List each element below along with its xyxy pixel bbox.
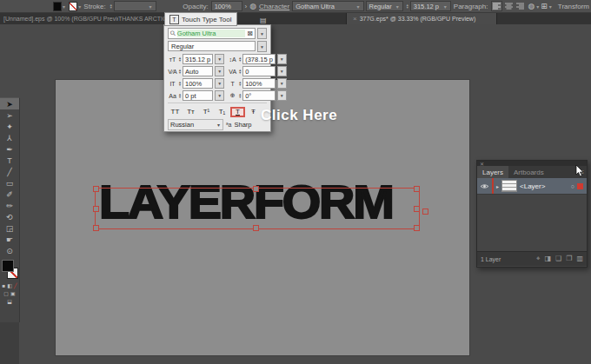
field-stepper[interactable]: ▲▼ — [238, 69, 242, 74]
field-stepper[interactable]: ▲▼ — [178, 93, 182, 98]
field-dropdown-icon[interactable]: ▼ — [215, 66, 224, 76]
clear-search-icon[interactable]: ⊠ — [247, 30, 253, 37]
layer-name[interactable]: <Layer> — [520, 182, 568, 190]
field-value[interactable]: 100% — [183, 78, 213, 89]
fill-color-swatch[interactable] — [53, 2, 62, 11]
none-mode-icon[interactable]: ╱ — [14, 282, 17, 288]
fill-proxy-swatch[interactable] — [2, 260, 14, 272]
field-dropdown-icon[interactable]: ▼ — [277, 78, 287, 89]
field-dropdown-icon[interactable]: ▼ — [277, 66, 287, 76]
align-left-icon[interactable] — [491, 1, 502, 11]
character-field-tracking[interactable]: VA ▲▼ 0 ▼ — [228, 66, 287, 76]
color-mode-icon[interactable]: ■ — [3, 283, 6, 288]
panel-menu-icon[interactable]: ▤ — [260, 17, 267, 24]
field-value[interactable]: 0° — [242, 90, 276, 101]
format-button-all-caps[interactable]: TT — [168, 107, 183, 117]
visibility-eye-icon[interactable] — [479, 183, 489, 189]
field-dropdown-icon[interactable]: ▼ — [215, 78, 224, 89]
target-circle-icon[interactable]: ○ — [571, 183, 574, 189]
tab-artboards[interactable]: Artboards — [508, 166, 549, 178]
font-family-select[interactable]: Gotham Ultra ▾ — [292, 1, 363, 11]
tool-button-direct-selection-tool[interactable]: ➢ — [0, 109, 19, 121]
tool-button-pencil-tool[interactable]: ✏ — [0, 200, 19, 211]
tool-button-type-tool[interactable]: T — [0, 155, 19, 166]
character-field-vertical-scale[interactable]: IT ▲▼ 100% ▼ — [168, 78, 224, 89]
tab-unnamed[interactable]: [Unnamed].eps @ 100% (RGB/GPU Preview) × — [0, 12, 118, 24]
tool-button-scale-tool[interactable]: ◲ — [0, 222, 19, 234]
stroke-dropdown-icon[interactable]: ▾ — [78, 3, 81, 10]
character-link[interactable]: Character — [259, 3, 289, 10]
tool-button-paintbrush-tool[interactable]: ✐ — [0, 189, 19, 200]
tool-button-rectangle-tool[interactable]: ▭ — [0, 177, 19, 189]
character-field-leading[interactable]: ↕A ▲▼ (378.15 p ▼ — [228, 54, 287, 64]
recolor-artwork-icon[interactable]: ◍ — [249, 2, 256, 10]
tab-close-icon[interactable]: × — [353, 15, 357, 23]
selection-indicator[interactable] — [577, 183, 583, 189]
screen-mode-icon[interactable]: ⬓ — [7, 298, 12, 304]
draw-behind-icon[interactable]: ▣ — [10, 290, 16, 296]
align-right-icon[interactable] — [515, 2, 525, 10]
field-dropdown-icon[interactable]: ▼ — [215, 90, 224, 101]
stroke-stepper[interactable]: ▲▼ — [110, 3, 113, 9]
field-value[interactable]: 0 pt — [183, 90, 213, 101]
tool-button-zoom-tool[interactable]: ⊙ — [0, 245, 19, 256]
gradient-mode-icon[interactable]: ◧ — [7, 282, 12, 288]
selection-handle[interactable] — [253, 225, 259, 231]
selection-handle-outer[interactable] — [422, 208, 428, 215]
field-stepper[interactable]: ▲▼ — [178, 56, 182, 62]
selection-handle[interactable] — [414, 225, 420, 231]
tab-layers[interactable]: Layers — [477, 166, 508, 178]
format-button-strikethrough[interactable]: Ŧ — [246, 107, 261, 117]
selection-handle[interactable] — [93, 206, 99, 212]
footer-icon-new-sublayer-icon[interactable]: ❏ — [555, 255, 561, 263]
selection-handle[interactable] — [414, 186, 420, 192]
selection-bounding-box[interactable] — [95, 188, 420, 229]
opacity-input[interactable]: 100% — [211, 1, 242, 11]
tool-button-hand-tool[interactable]: ☛ — [0, 234, 19, 245]
field-dropdown-icon[interactable]: ▼ — [277, 90, 287, 101]
font-size-select[interactable]: 315.12 p ▾ — [410, 1, 451, 11]
format-button-underline[interactable]: T — [230, 107, 245, 117]
layer-row[interactable]: ▸ <Layer> ○ — [477, 178, 587, 195]
stroke-width-select[interactable]: ▾ — [114, 1, 156, 11]
selection-handle[interactable] — [93, 186, 99, 192]
preferences-grid-icon[interactable]: ⊞ — [541, 2, 548, 10]
stroke-color-swatch[interactable] — [69, 2, 77, 11]
field-stepper[interactable]: ▲▼ — [238, 93, 242, 98]
field-stepper[interactable]: ▲▼ — [178, 69, 182, 74]
language-select[interactable]: Russian ▾ — [168, 119, 223, 130]
footer-icon-delete-layer-icon[interactable]: ▥ — [576, 255, 583, 263]
tool-button-rotate-tool[interactable]: ⟲ — [0, 211, 19, 222]
tab-active-377g[interactable]: × 377G.eps* @ 33.33% (RGB/GPU Preview) — [346, 12, 497, 24]
document-setup-icon[interactable]: ◍ — [528, 2, 535, 10]
footer-icon-clipping-mask-icon[interactable]: ◨ — [545, 255, 552, 263]
style-dropdown-icon[interactable]: ▼ — [257, 41, 267, 52]
character-field-kerning[interactable]: V∕A ▲▼ Auto ▼ — [168, 66, 224, 76]
tool-button-magic-wand-tool[interactable]: ✦ — [0, 121, 19, 132]
align-center-icon[interactable] — [504, 2, 514, 10]
field-dropdown-icon[interactable]: ▼ — [277, 54, 287, 64]
fill-dropdown-icon[interactable]: ▾ — [63, 3, 65, 10]
selection-handle[interactable] — [414, 206, 420, 212]
selection-handle[interactable] — [93, 225, 99, 231]
grid-dropdown-icon[interactable]: ▾ — [549, 3, 552, 10]
footer-icon-new-layer-icon[interactable]: ❐ — [566, 255, 572, 263]
opacity-more-icon[interactable]: › — [245, 3, 248, 10]
selection-handle[interactable] — [253, 186, 259, 192]
field-stepper[interactable]: ▲▼ — [178, 81, 182, 86]
expand-triangle-icon[interactable]: ▸ — [496, 183, 499, 189]
font-style-select[interactable]: Regular ▾ — [366, 1, 403, 11]
draw-normal-icon[interactable]: ▢ — [3, 290, 9, 296]
tool-button-line-tool[interactable]: ╱ — [0, 166, 19, 177]
format-button-superscript[interactable]: T¹ — [199, 107, 214, 117]
touch-type-tool-button[interactable]: T Touch Type Tool — [164, 12, 237, 26]
format-button-subscript[interactable]: T₁ — [215, 107, 229, 117]
character-field-font-size[interactable]: тT ▲▼ 315.12 p ▼ — [168, 54, 224, 64]
layer-thumbnail[interactable] — [501, 180, 517, 192]
tool-button-selection-tool[interactable]: ➤ — [0, 98, 19, 109]
character-field-horizontal-scale[interactable]: T ▲▼ 100% ▼ — [228, 78, 287, 89]
tool-button-lasso-tool[interactable]: ⅄ — [0, 132, 19, 143]
tool-button-pen-tool[interactable]: ✒ — [0, 143, 19, 155]
field-value[interactable]: Auto — [183, 66, 213, 76]
field-dropdown-icon[interactable]: ▼ — [215, 54, 224, 64]
